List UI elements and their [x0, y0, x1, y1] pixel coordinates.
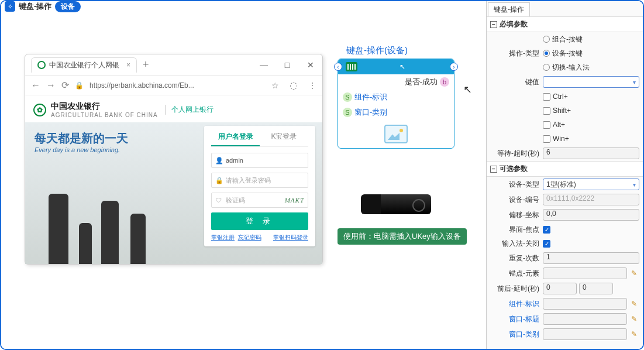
delay-before-input[interactable]: 0	[543, 283, 577, 294]
link-register[interactable]: 掌银注册	[211, 234, 235, 241]
browser-window: 中国农业银行个人网银 × + — □ ✕ ← → ⟳ 🔒 https://per…	[25, 54, 323, 265]
bank-name: 中国农业银行	[51, 101, 158, 112]
label-delay: 前后-延时(秒)	[487, 284, 543, 294]
hero-illustration	[49, 182, 166, 264]
win-class-input[interactable]	[543, 328, 627, 340]
panel-tab[interactable]: 键盘-操作	[488, 2, 530, 16]
label-repeat: 重复-次数	[487, 253, 543, 263]
node-title: 键盘-操作(设备)	[346, 45, 408, 56]
tab-ukey-login[interactable]: K宝登录	[260, 132, 308, 146]
captcha-placeholder: 验证码	[226, 196, 245, 205]
component-input[interactable]	[543, 298, 627, 310]
url-text[interactable]: https://perbank.abchina.com/Eb...	[89, 81, 194, 90]
maximize-button[interactable]: □	[275, 54, 299, 76]
captcha-image[interactable]: MAKT	[285, 197, 304, 204]
opt-device: 设备-按键	[552, 49, 583, 59]
password-placeholder: 请输入登录密码	[226, 176, 271, 185]
opt-ime: 切换-输入法	[552, 63, 590, 73]
dev-no-input[interactable]: 0x1111,0x2222	[543, 194, 639, 205]
radio-combo[interactable]	[543, 36, 550, 43]
label-focus: 界面-焦点	[487, 225, 543, 235]
account-icon[interactable]: ◌	[290, 80, 298, 91]
link-qr-login[interactable]: 掌银扫码登录	[273, 234, 308, 242]
bank-section: 个人网上银行	[165, 105, 213, 115]
collapse-icon[interactable]: −	[490, 166, 497, 173]
label-op-type: 操作-类型	[487, 49, 543, 59]
bookmark-icon[interactable]: ☆	[271, 81, 279, 90]
label-wait: 等待-超时(秒)	[487, 149, 543, 159]
radio-device[interactable]	[543, 50, 550, 57]
ukey-tip: 使用前：电脑需插入UKey输入设备	[338, 228, 467, 245]
label-shift: Shift+	[553, 107, 571, 115]
collapse-icon[interactable]: −	[490, 21, 497, 28]
win-title-input[interactable]	[543, 313, 627, 325]
label-alt: Alt+	[553, 121, 565, 129]
minimize-button[interactable]: —	[252, 54, 275, 76]
dev-type-select[interactable]: 1型(标准)▾	[543, 179, 639, 190]
back-icon[interactable]: ←	[31, 80, 40, 91]
edit-icon[interactable]: ✎	[631, 330, 639, 338]
input-port[interactable]: ‹	[334, 63, 342, 71]
new-tab-button[interactable]: +	[143, 59, 149, 71]
edit-icon[interactable]: ✎	[631, 269, 639, 277]
chk-focus[interactable]: ✓	[543, 226, 550, 234]
shield-icon: 🛡	[215, 197, 223, 204]
canvas-title: 键盘-操作	[19, 1, 51, 12]
node-output-label: 是否-成功	[405, 77, 438, 87]
ukey-illustration	[361, 194, 431, 214]
screenshot-placeholder-icon	[384, 125, 408, 143]
username-input[interactable]: 👤 admin	[211, 153, 308, 168]
label-win-title[interactable]: 窗口-标题	[487, 314, 543, 324]
key-select[interactable]: ▾	[543, 76, 639, 88]
run-icon: ✧	[5, 1, 15, 12]
node-prop-window-class[interactable]: 窗口-类别	[354, 107, 387, 118]
edit-icon[interactable]: ✎	[631, 315, 639, 323]
close-button[interactable]: ✕	[299, 54, 322, 76]
section-optional: 可选参数	[500, 164, 528, 174]
node-prop-component[interactable]: 组件-标识	[354, 92, 387, 102]
section-required: 必填参数	[500, 19, 528, 29]
chk-win[interactable]	[543, 135, 550, 143]
browser-tab[interactable]: 中国农业银行个人网银 ×	[31, 57, 137, 73]
label-ime-close: 输入法-关闭	[487, 239, 543, 249]
forward-icon[interactable]: →	[46, 80, 56, 91]
label-component[interactable]: 组件-标识	[487, 299, 543, 309]
bank-subtitle: AGRICULTURAL BANK OF CHINA	[51, 112, 158, 118]
offset-input[interactable]: 0,0	[543, 209, 639, 221]
label-win-class[interactable]: 窗口-类别	[487, 330, 543, 339]
username-value: admin	[226, 157, 243, 164]
radio-ime[interactable]	[543, 64, 550, 71]
wait-input[interactable]: 6	[543, 147, 639, 159]
mouse-cursor-icon: ↖	[463, 83, 472, 96]
password-input[interactable]: 🔒 请输入登录密码	[211, 173, 308, 188]
delay-after-input[interactable]: 0	[579, 283, 613, 294]
repeat-input[interactable]: 1	[543, 252, 639, 264]
label-offset: 偏移-坐标	[487, 210, 543, 220]
login-button[interactable]: 登 录	[211, 212, 308, 230]
keyboard-icon	[346, 62, 357, 71]
chk-ime-close[interactable]: ✓	[543, 240, 550, 248]
chk-alt[interactable]	[543, 121, 550, 129]
menu-icon[interactable]: ⋮	[308, 81, 316, 90]
lock-icon: 🔒	[215, 177, 223, 184]
label-key: 键值	[487, 77, 543, 87]
hero-subhead: Every day is a new beginning.	[35, 146, 128, 153]
string-badge: S	[343, 108, 352, 117]
bool-badge: b	[440, 77, 449, 87]
link-forgot[interactable]: 忘记密码	[238, 234, 261, 241]
chk-shift[interactable]	[543, 107, 550, 115]
opt-combo: 组合-按键	[552, 35, 583, 44]
anchor-input[interactable]	[543, 267, 627, 279]
keyboard-node[interactable]: ‹ ↖ › 是否-成功 b S 组件-标识 S 窗口-类别	[338, 59, 454, 149]
reload-icon[interactable]: ⟳	[61, 80, 69, 91]
login-card: 用户名登录 K宝登录 👤 admin 🔒 请输入登录密码 🛡	[204, 126, 315, 246]
tab-close-icon[interactable]: ×	[126, 61, 130, 69]
captcha-input[interactable]: 🛡 验证码 MAKT	[211, 193, 308, 208]
edit-icon[interactable]: ✎	[631, 300, 639, 308]
output-port[interactable]: ›	[450, 63, 458, 71]
design-canvas[interactable]: ✧ 键盘-操作 设备 中国农业银行个人网银 × + — □ ✕ ←	[1, 1, 486, 349]
chk-ctrl[interactable]	[543, 93, 550, 101]
bank-logo-icon: ✿	[33, 104, 46, 116]
label-dev-no: 设备-编号	[487, 195, 543, 205]
tab-username-login[interactable]: 用户名登录	[211, 132, 260, 146]
